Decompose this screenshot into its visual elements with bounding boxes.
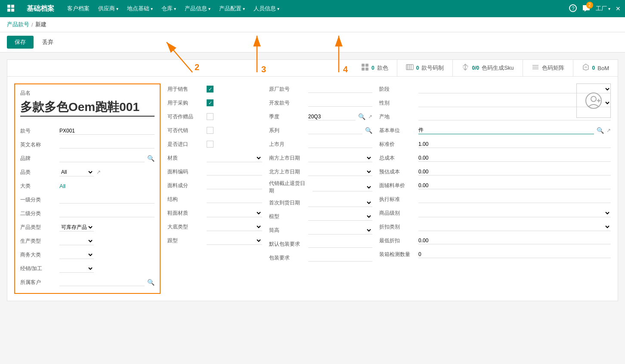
field-input-box-qty[interactable]	[418, 251, 611, 258]
field-row-heel-type: 跟型	[167, 235, 262, 246]
field-label-category: 品类	[20, 169, 57, 176]
search-icon-season[interactable]: 🔍	[358, 113, 365, 120]
help-icon[interactable]: ?	[569, 4, 577, 13]
checkbox-for-purchase[interactable]	[207, 99, 213, 106]
field-select-first-arrival[interactable]	[308, 199, 372, 207]
field-input-dev-style[interactable]	[308, 99, 372, 107]
field-select-biz-cat[interactable]	[59, 251, 94, 259]
field-label-orig-style: 原厂款号	[269, 86, 306, 93]
field-input-structure[interactable]	[207, 196, 262, 203]
field-select-prod-type[interactable]	[59, 237, 94, 245]
chevron-down-icon: ▾	[116, 6, 118, 11]
field-input-base-unit[interactable]	[418, 127, 594, 134]
nav-item-suppliers[interactable]: 供应商 ▾	[98, 5, 118, 12]
field-input-orig-style[interactable]	[308, 86, 372, 93]
field-select-last-type[interactable]	[308, 213, 372, 221]
field-select-distribution[interactable]	[59, 265, 94, 273]
field-label-default-pack: 默认包装要求	[269, 241, 306, 248]
field-row-box-qty: 装箱检测数量	[379, 249, 611, 260]
search-icon-unit[interactable]: 🔍	[597, 127, 604, 134]
field-input-season[interactable]	[308, 113, 356, 120]
field-label-structure: 结构	[167, 196, 204, 203]
field-select-material[interactable]	[207, 154, 262, 162]
field-input-fabric-comp[interactable]	[207, 182, 262, 189]
checkbox-gift[interactable]	[207, 113, 213, 120]
field-select-return-deadline[interactable]	[312, 183, 372, 191]
right-section: 原厂款号 开发款号 季度 🔍 ↗ 系列	[269, 83, 372, 294]
factory-nav[interactable]: 工厂 ▾	[596, 5, 610, 12]
search-icon-brand[interactable]: 🔍	[147, 155, 155, 162]
nav-item-product-info[interactable]: 产品信息 ▾	[185, 5, 210, 12]
field-row-goods-grade: 商品级别	[379, 207, 611, 219]
field-select-south-launch[interactable]	[308, 154, 372, 162]
field-input-material-price[interactable]	[418, 182, 611, 189]
field-input-series[interactable]	[308, 127, 362, 134]
field-select-upper-material[interactable]	[207, 209, 262, 217]
chat-icon[interactable]: 2	[582, 4, 591, 13]
product-name-input[interactable]	[20, 99, 155, 117]
search-icon-customer[interactable]: 🔍	[147, 279, 155, 286]
field-input-level2-cat[interactable]	[59, 210, 155, 217]
nav-item-product-config[interactable]: 产品配置 ▾	[219, 5, 245, 12]
external-link-icon-unit[interactable]: ↗	[606, 127, 611, 133]
field-row-consign: 可否代销	[167, 125, 262, 136]
nav-item-locations[interactable]: 地点基础 ▾	[127, 5, 153, 12]
field-label-min-discount: 最低折扣	[379, 237, 416, 244]
breadcrumb-parent[interactable]: 产品款号	[7, 21, 29, 28]
field-select-category[interactable]: All	[59, 168, 94, 176]
field-row-min-discount: 最低折扣	[379, 235, 611, 246]
checkbox-consign[interactable]	[207, 127, 213, 134]
external-link-icon-season[interactable]: ↗	[368, 114, 372, 120]
field-row-total-cost: 总成本	[379, 152, 611, 163]
field-input-launch-month[interactable]	[308, 141, 372, 148]
field-input-customer[interactable]	[59, 279, 145, 286]
nav-item-customers[interactable]: 客户档案	[67, 5, 90, 12]
field-select-shaft-height[interactable]	[308, 226, 372, 234]
toolbar-sku-label: 色码生成Sku	[482, 64, 514, 72]
nav-item-personnel[interactable]: 人员信息 ▾	[254, 5, 279, 12]
breadcrumb-separator: /	[31, 22, 33, 28]
field-input-en-name[interactable]	[59, 141, 155, 148]
field-input-min-discount[interactable]	[418, 237, 611, 244]
field-input-total-cost[interactable]	[418, 154, 611, 162]
field-select-goods-grade[interactable]	[418, 209, 611, 217]
svg-rect-6	[362, 64, 365, 67]
field-row-distribution: 经销/加工	[20, 263, 155, 274]
field-input-default-pack[interactable]	[308, 241, 372, 248]
external-link-icon-category[interactable]: ↗	[96, 169, 101, 175]
field-input-fabric-code[interactable]	[207, 168, 262, 176]
toolbar-item-size[interactable]: 0 款号码制	[397, 60, 453, 76]
search-icon-series[interactable]: 🔍	[365, 127, 372, 134]
toolbar-item-color[interactable]: 0 款色	[353, 60, 397, 76]
save-button[interactable]: 保存	[7, 36, 34, 49]
field-input-est-cost[interactable]	[418, 168, 611, 176]
app-title: 基础档案	[27, 4, 54, 13]
app-grid-icon[interactable]	[4, 2, 18, 15]
field-label-upper-material: 鞋面材质	[167, 210, 204, 217]
toolbar-item-matrix[interactable]: 色码矩阵	[523, 60, 573, 76]
field-input-std-price[interactable]	[418, 141, 611, 148]
field-row-default-pack: 默认包装要求	[269, 238, 372, 250]
field-select-north-launch[interactable]	[308, 168, 372, 176]
action-bar: 保存 丢弃	[0, 32, 625, 52]
field-input-level1-cat[interactable]	[59, 196, 155, 204]
photo-placeholder[interactable]	[576, 83, 611, 118]
field-select-discount-type[interactable]	[418, 223, 611, 231]
toolbar-item-bom[interactable]: 0 BoM	[573, 60, 618, 76]
field-select-product-type[interactable]: 可库存产品	[59, 223, 94, 231]
close-icon[interactable]: ✕	[616, 5, 621, 12]
field-input-exec-std[interactable]	[418, 196, 611, 203]
field-input-brand[interactable]	[59, 155, 145, 162]
field-input-style-no[interactable]	[59, 127, 155, 135]
discard-button[interactable]: 丢弃	[38, 36, 58, 49]
field-select-heel-type[interactable]	[207, 237, 262, 245]
nav-item-warehouse[interactable]: 仓库 ▾	[161, 5, 176, 12]
field-select-sole-type[interactable]	[207, 223, 262, 231]
field-input-pack-req[interactable]	[308, 254, 372, 262]
checkbox-for-sale[interactable]	[207, 86, 213, 93]
toolbar-item-sku[interactable]: 1 9 0/0 色码生成Sku	[453, 60, 523, 76]
field-label-for-purchase: 用于采购	[167, 99, 204, 107]
field-row-material-price: 面辅料单价	[379, 180, 611, 191]
checkbox-import[interactable]	[207, 141, 213, 148]
field-row-style-no: 款号	[20, 125, 155, 136]
